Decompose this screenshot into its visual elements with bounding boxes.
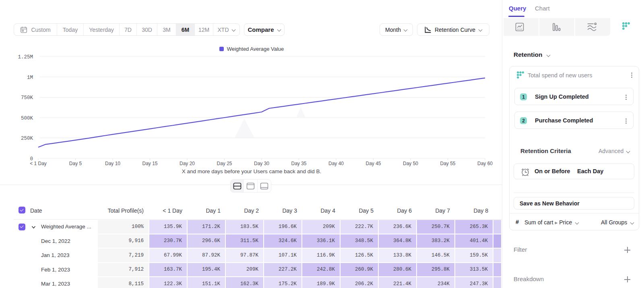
svg-text:Day 25: Day 25 xyxy=(217,161,232,166)
svg-text:< 1 Day: < 1 Day xyxy=(30,161,47,166)
svg-text:Day 60: Day 60 xyxy=(477,161,493,166)
svg-text:Day 55: Day 55 xyxy=(440,161,455,166)
svg-text:500K: 500K xyxy=(21,116,33,121)
svg-text:750K: 750K xyxy=(21,95,33,101)
svg-text:1.25M: 1.25M xyxy=(18,54,33,60)
svg-text:Day 10: Day 10 xyxy=(105,161,120,166)
svg-text:Day 20: Day 20 xyxy=(180,161,195,166)
svg-text:Day 35: Day 35 xyxy=(291,161,306,166)
svg-text:Day 30: Day 30 xyxy=(254,161,269,166)
svg-text:Day 45: Day 45 xyxy=(365,161,381,166)
svg-text:Day 15: Day 15 xyxy=(142,161,157,166)
svg-text:1M: 1M xyxy=(27,75,33,81)
svg-text:Day 5: Day 5 xyxy=(69,161,82,166)
svg-text:250K: 250K xyxy=(21,136,33,141)
svg-text:Day 50: Day 50 xyxy=(403,161,418,166)
svg-text:Day 40: Day 40 xyxy=(328,161,344,166)
